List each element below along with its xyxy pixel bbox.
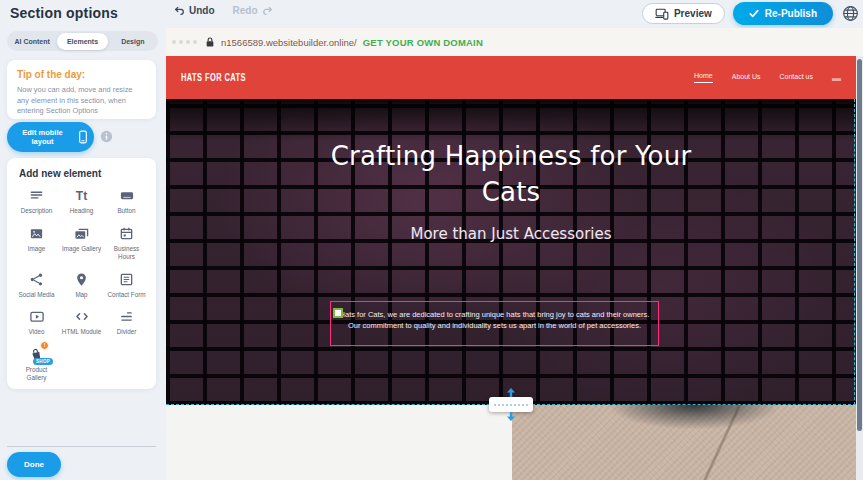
social-media-icon — [28, 271, 45, 288]
element-grid: Description Tt Heading Button Ima — [15, 187, 148, 383]
redo-label: Redo — [233, 5, 258, 16]
phone-icon — [78, 130, 88, 144]
product-gallery-icon: ! SHOP — [28, 346, 45, 363]
add-element-button[interactable]: Button — [105, 187, 148, 216]
hero-heading[interactable]: Crafting Happiness for Your Cats — [311, 139, 711, 211]
video-icon — [28, 308, 45, 325]
add-element-social-media[interactable]: Social Media — [15, 271, 58, 300]
map-icon — [73, 271, 90, 288]
add-element-contact-form[interactable]: Contact Form — [105, 271, 148, 300]
tip-body: Now you can add, move and resize any ele… — [17, 85, 146, 117]
next-section-blank — [166, 405, 512, 480]
edit-mobile-layout-button[interactable]: Edit mobile layout — [7, 122, 94, 152]
add-element-heading[interactable]: Tt Heading — [60, 187, 103, 216]
add-element-business-hours[interactable]: Business Hours — [105, 225, 148, 262]
undo-label: Undo — [189, 5, 215, 16]
nav-about-us[interactable]: About Us — [732, 73, 761, 83]
website-builder-app: Section options Undo Redo Preview — [0, 0, 863, 480]
business-hours-icon — [118, 225, 135, 242]
add-element-image-gallery[interactable]: Image Gallery — [60, 225, 103, 262]
arrow-down-icon — [506, 412, 516, 421]
add-element-divider[interactable]: Divider — [105, 308, 148, 337]
tab-elements[interactable]: Elements — [57, 33, 107, 50]
redo-button[interactable]: Redo — [231, 3, 275, 18]
hero-section[interactable]: Crafting Happiness for Your Cats More th… — [166, 99, 856, 405]
topbar: Section options Undo Redo Preview — [0, 0, 863, 28]
preview-scrollbar[interactable] — [856, 56, 863, 480]
sidebar: AI Content Elements Design Tip of the da… — [0, 28, 166, 480]
page-title: Section options — [10, 5, 118, 21]
contact-form-icon — [118, 271, 135, 288]
add-element-image[interactable]: Image — [15, 225, 58, 262]
sidebar-divider — [7, 446, 156, 447]
hero-body-text: Hats for Cats, we are dedicated to craft… — [339, 309, 650, 331]
section-resize-handle[interactable] — [489, 397, 533, 412]
tip-title: Tip of the day: — [17, 69, 146, 80]
add-new-element-panel: Add new element Description Tt Heading — [7, 158, 156, 389]
heading-icon: Tt — [73, 187, 90, 204]
hero-subheading[interactable]: More than Just Accessories — [166, 225, 856, 243]
nav-contact-us[interactable]: Contact us — [780, 73, 813, 83]
add-element-html-module[interactable]: HTML Module — [60, 308, 103, 337]
check-icon — [749, 9, 759, 18]
undo-redo-group: Undo Redo — [172, 3, 275, 18]
product-gallery-shop-tag: SHOP — [33, 358, 53, 365]
preview-label: Preview — [674, 8, 712, 19]
edit-mobile-layout-label: Edit mobile layout — [13, 128, 72, 146]
republish-button[interactable]: Re-Publish — [733, 2, 833, 25]
html-module-icon — [73, 308, 90, 325]
tab-design[interactable]: Design — [108, 33, 158, 50]
window-dots-icon — [172, 40, 197, 44]
site-url: n1566589.websitebuilder.online/ — [221, 37, 357, 48]
tip-of-the-day-card: Tip of the day: Now you can add, move an… — [7, 60, 156, 119]
add-element-map[interactable]: Map — [60, 271, 103, 300]
image-gallery-icon — [73, 225, 90, 242]
undo-icon — [174, 5, 185, 16]
preview-button[interactable]: Preview — [642, 3, 725, 24]
add-element-product-gallery[interactable]: ! SHOP Product Gallery — [15, 346, 58, 383]
arrow-up-icon — [506, 388, 516, 397]
language-globe-icon[interactable] — [841, 5, 859, 23]
add-element-description[interactable]: Description — [15, 187, 58, 216]
done-button[interactable]: Done — [7, 452, 61, 477]
site-viewport: HATS FOR CATS Home About Us Contact us ▬… — [166, 56, 856, 480]
scrollbar-thumb[interactable] — [857, 59, 862, 431]
element-drag-handle[interactable] — [333, 308, 343, 318]
site-header: HATS FOR CATS Home About Us Contact us ▬ — [166, 56, 856, 99]
republish-label: Re-Publish — [765, 8, 817, 19]
add-new-element-title: Add new element — [19, 168, 148, 179]
topbar-actions: Preview Re-Publish — [642, 2, 859, 25]
description-icon — [28, 187, 45, 204]
product-gallery-badge-icon: ! — [40, 341, 49, 350]
button-icon — [118, 187, 135, 204]
add-element-video[interactable]: Video — [15, 308, 58, 337]
redo-icon — [262, 5, 273, 16]
info-icon[interactable] — [100, 130, 113, 143]
browser-bar: n1566589.websitebuilder.online/ GET YOUR… — [166, 28, 863, 56]
tab-ai-content[interactable]: AI Content — [7, 33, 57, 50]
get-your-own-domain-link[interactable]: GET YOUR OWN DOMAIN — [363, 37, 483, 48]
site-logo[interactable]: HATS FOR CATS — [181, 71, 246, 83]
lock-icon — [205, 36, 215, 48]
image-icon — [28, 225, 45, 242]
undo-button[interactable]: Undo — [172, 3, 217, 18]
preview-area: n1566589.websitebuilder.online/ GET YOUR… — [166, 28, 863, 480]
site-nav: Home About Us Contact us ▬ — [694, 72, 841, 83]
section-boundary-right — [854, 99, 855, 405]
next-section-image — [512, 405, 856, 480]
nav-home[interactable]: Home — [694, 72, 713, 83]
divider-icon — [118, 308, 135, 325]
selected-text-element[interactable]: Hats for Cats, we are dedicated to craft… — [330, 301, 659, 346]
preview-device-icon — [655, 8, 669, 20]
sidebar-tabs: AI Content Elements Design — [7, 31, 158, 51]
